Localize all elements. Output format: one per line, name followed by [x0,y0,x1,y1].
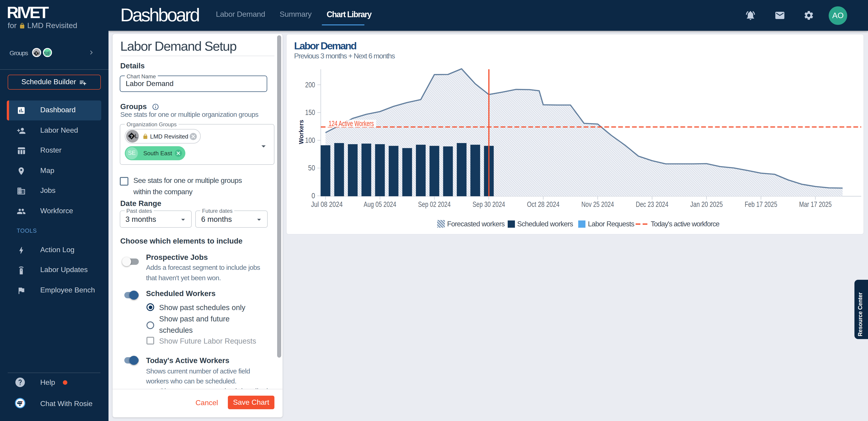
svg-text:Workers: Workers [298,119,305,144]
svg-text:150: 150 [305,108,315,116]
svg-text:Mar 17 2025: Mar 17 2025 [799,200,831,208]
svg-text:Aug 05 2024: Aug 05 2024 [364,200,396,208]
svg-text:?: ? [130,134,133,139]
svg-text:L: L [38,51,41,56]
svg-text:Jul 08 2024: Jul 08 2024 [311,200,342,208]
svg-text:?: ? [35,52,37,55]
svg-text:L: L [134,133,138,139]
svg-text:100: 100 [305,136,315,144]
svg-text:Dec 23 2024: Dec 23 2024 [636,200,668,208]
svg-text:200: 200 [305,80,315,89]
svg-text:Jan 20 2025: Jan 20 2025 [690,200,723,208]
svg-text:Sep 30 2024: Sep 30 2024 [472,200,505,208]
svg-text:Nov 25 2024: Nov 25 2024 [581,200,614,208]
svg-text:124 Active Workers: 124 Active Workers [329,119,374,128]
svg-text:Sep 02 2024: Sep 02 2024 [418,200,451,208]
svg-text:Oct 28 2024: Oct 28 2024 [527,200,559,208]
svg-text:0: 0 [311,191,315,200]
svg-text:Feb 17 2025: Feb 17 2025 [744,200,777,208]
svg-text:50: 50 [308,163,315,172]
